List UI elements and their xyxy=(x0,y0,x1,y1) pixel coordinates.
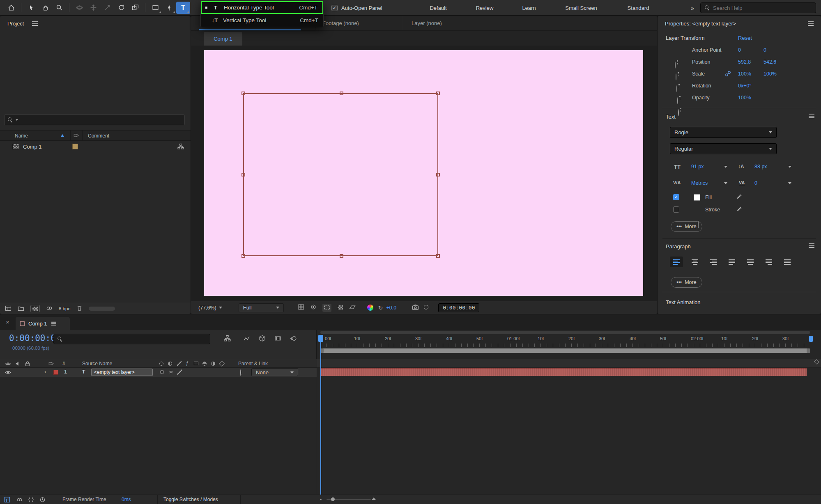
timeline-zoom-knob[interactable] xyxy=(331,497,335,501)
opacity-value[interactable]: 100% xyxy=(738,95,751,101)
draft-3d-icon[interactable] xyxy=(259,335,266,343)
auto-open-checkbox[interactable]: ✓ xyxy=(331,5,338,11)
magnification-dropdown[interactable]: (77,6%) xyxy=(198,305,222,311)
search-help-box[interactable] xyxy=(700,2,816,13)
kerning-value[interactable]: 0 xyxy=(754,180,757,186)
expand-transfer-icon[interactable] xyxy=(16,497,23,504)
3d-column-icon[interactable] xyxy=(219,361,225,367)
interpret-footage-icon[interactable] xyxy=(5,305,11,313)
chevron-down-icon[interactable] xyxy=(788,182,791,184)
color-depth-icon[interactable] xyxy=(46,305,53,313)
pen-tool[interactable] xyxy=(162,2,176,14)
lock-column-icon[interactable] xyxy=(25,361,30,368)
align-left-button[interactable] xyxy=(670,257,683,267)
home-icon[interactable] xyxy=(4,2,18,14)
transparency-grid-icon[interactable] xyxy=(337,305,343,310)
chevron-down-icon[interactable] xyxy=(788,166,791,168)
hand-tool[interactable] xyxy=(38,2,52,14)
fill-color-swatch[interactable] xyxy=(694,194,700,201)
column-divider[interactable] xyxy=(82,131,83,140)
workspace-small-screen[interactable]: Small Screen xyxy=(565,0,597,16)
search-filter-caret-icon[interactable] xyxy=(16,119,18,121)
panel-menu-icon[interactable] xyxy=(808,21,814,26)
link-scale-icon[interactable] xyxy=(725,71,731,78)
toggle-switches-modes-button[interactable]: Toggle Switches / Modes xyxy=(163,497,218,502)
text-layer-bounding-box[interactable] xyxy=(243,93,438,256)
anchor-x-value[interactable]: 0 xyxy=(738,47,741,53)
chevron-down-icon[interactable] xyxy=(724,166,727,168)
workspace-standard[interactable]: Standard xyxy=(628,0,649,16)
position-y-value[interactable]: 542,6 xyxy=(764,59,776,65)
fill-eyedropper-icon[interactable] xyxy=(736,193,743,201)
viewer-comp-tab[interactable]: Comp 1 xyxy=(204,32,242,46)
audio-column-icon[interactable] xyxy=(15,361,21,368)
project-search-input[interactable] xyxy=(21,117,182,123)
selection-tool[interactable] xyxy=(24,2,38,14)
handle-bottom-center[interactable] xyxy=(340,254,343,258)
parent-link-column-header[interactable]: Parent & Link xyxy=(238,361,268,367)
frame-blend-column-icon[interactable] xyxy=(194,362,198,365)
workspace-default[interactable]: Default xyxy=(430,0,446,16)
justify-last-right-button[interactable] xyxy=(762,257,775,267)
motion-blur-icon[interactable] xyxy=(290,335,297,343)
align-right-button[interactable] xyxy=(707,257,720,267)
reset-link[interactable]: Reset xyxy=(738,35,752,41)
expand-inout-icon[interactable] xyxy=(28,497,34,504)
menu-item-horizontal-type-tool[interactable]: T Horizontal Type Tool Cmd+T xyxy=(201,1,323,14)
paragraph-more-button[interactable]: ••• More xyxy=(671,277,702,288)
work-area-bar[interactable] xyxy=(320,348,810,353)
font-style-dropdown[interactable]: Regular xyxy=(670,143,777,154)
align-center-button[interactable] xyxy=(688,257,701,267)
source-name-column-header[interactable]: Source Name xyxy=(82,361,112,367)
workspace-overflow-chevron[interactable]: » xyxy=(691,0,694,16)
project-search-box[interactable] xyxy=(4,115,185,125)
grid-guides-icon[interactable] xyxy=(298,304,304,312)
stopwatch-icon[interactable] xyxy=(678,109,679,116)
stroke-eyedropper-icon[interactable] xyxy=(736,206,743,213)
tracking-value[interactable]: Metrics xyxy=(691,180,708,186)
effects-switch-icon[interactable] xyxy=(177,369,182,375)
snapshot-camera-icon[interactable] xyxy=(412,304,419,312)
handle-bottom-left[interactable] xyxy=(241,254,245,258)
rectangle-tool[interactable] xyxy=(148,2,162,14)
text-more-button[interactable]: ••• More xyxy=(671,221,702,232)
workspace-review[interactable]: Review xyxy=(476,0,494,16)
resolution-dropdown[interactable]: Full xyxy=(239,303,284,312)
handle-top-left[interactable] xyxy=(241,92,245,95)
pick-whip-icon[interactable] xyxy=(240,369,241,376)
quality-switch-icon[interactable] xyxy=(168,369,174,376)
render-stats-icon[interactable] xyxy=(39,497,46,504)
stopwatch-icon[interactable] xyxy=(676,73,676,80)
search-help-input[interactable] xyxy=(713,5,812,11)
stopwatch-icon[interactable] xyxy=(676,85,677,92)
section-menu-icon[interactable] xyxy=(809,114,814,118)
collapse-switch-icon[interactable] xyxy=(159,369,165,376)
dolly-camera-tool[interactable] xyxy=(100,2,114,14)
justify-last-left-button[interactable] xyxy=(725,257,738,267)
layer-row-1[interactable]: › 1 T <empty text layer> None xyxy=(0,368,317,377)
section-menu-icon[interactable] xyxy=(809,243,814,248)
fill-checkbox[interactable]: ✓ xyxy=(673,194,679,200)
rotation-tool[interactable] xyxy=(114,2,128,14)
show-snapshot-icon[interactable] xyxy=(423,304,429,312)
timeline-search-box[interactable] xyxy=(53,334,210,344)
reset-exposure-icon[interactable]: ↻ xyxy=(378,305,383,311)
panel-menu-icon[interactable] xyxy=(51,321,56,325)
label-color-swatch[interactable] xyxy=(72,144,78,149)
position-x-value[interactable]: 592,8 xyxy=(738,59,751,65)
label-column-icon[interactable] xyxy=(74,133,79,140)
type-tool[interactable]: T xyxy=(176,2,190,14)
project-panel-title[interactable]: Project xyxy=(7,21,24,27)
column-divider[interactable] xyxy=(70,131,71,140)
new-composition-icon[interactable] xyxy=(30,305,40,312)
exposure-value[interactable]: +0,0 xyxy=(386,305,397,311)
font-family-dropdown[interactable]: Rogie xyxy=(670,127,777,138)
handle-middle-left[interactable] xyxy=(241,173,245,176)
channel-color-wheel-icon[interactable] xyxy=(367,305,373,311)
sort-ascending-icon[interactable] xyxy=(61,134,64,137)
time-navigator-end-marker[interactable] xyxy=(809,336,813,342)
composition-canvas[interactable] xyxy=(204,50,643,296)
current-time-indicator[interactable] xyxy=(320,335,321,495)
font-size-value[interactable]: 91 px xyxy=(691,164,704,170)
timeline-comp-tab[interactable]: Comp 1 xyxy=(16,317,70,330)
